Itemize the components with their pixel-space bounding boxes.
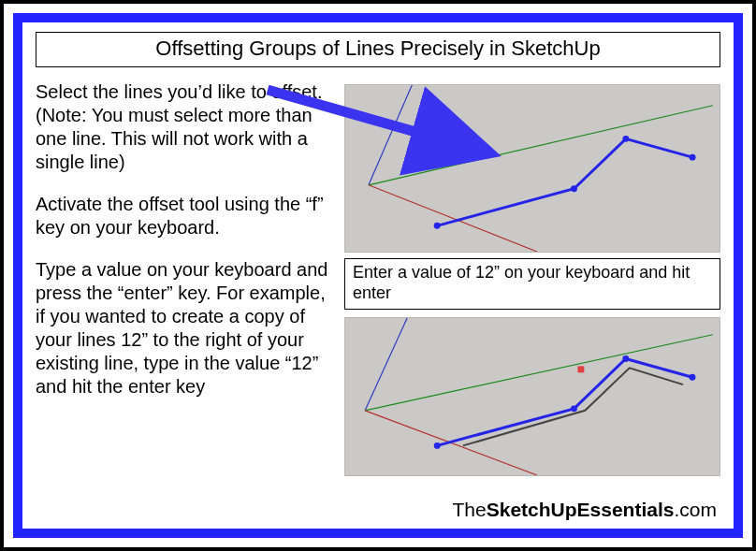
axis-blue xyxy=(365,318,412,411)
selected-polyline xyxy=(437,138,692,225)
endpoint-icon xyxy=(434,223,441,229)
footer-pre: The xyxy=(453,499,487,520)
page-title: Offsetting Groups of Lines Precisely in … xyxy=(155,36,600,60)
offset-marker-icon xyxy=(577,367,584,373)
endpoint-icon xyxy=(622,355,629,362)
axis-green xyxy=(369,106,713,185)
inner-blue-frame: Offsetting Groups of Lines Precisely in … xyxy=(13,13,743,538)
screenshots-column: Enter a value of 12” on your keyboard an… xyxy=(344,80,720,476)
footer-credit: TheSketchUpEssentials.com xyxy=(453,499,717,521)
caption-box: Enter a value of 12” on your keyboard an… xyxy=(344,258,720,310)
sketchup-viewport-after xyxy=(344,317,720,476)
instruction-select-lines: Select the lines you’d like to offset. (… xyxy=(36,80,335,174)
footer-post: .com xyxy=(674,499,717,520)
caption-text: Enter a value of 12” on your keyboard an… xyxy=(353,263,690,302)
endpoint-icon xyxy=(571,406,577,413)
footer-brand-1: SketchUp xyxy=(487,499,577,520)
selected-polyline xyxy=(437,359,692,446)
footer-brand-2: Essentials xyxy=(577,499,675,520)
endpoint-icon xyxy=(434,442,441,449)
endpoint-icon xyxy=(690,154,696,161)
endpoint-icon xyxy=(622,136,629,142)
viewport-after-drawing xyxy=(345,318,720,475)
sketchup-viewport-before xyxy=(344,84,720,253)
instruction-activate-offset: Activate the offset tool using the “f” k… xyxy=(36,193,335,239)
instruction-type-value: Type a value on your keyboard and press … xyxy=(36,258,335,399)
content-row: Select the lines you’d like to offset. (… xyxy=(36,80,720,476)
instructions-column: Select the lines you’d like to offset. (… xyxy=(36,80,335,476)
endpoint-icon xyxy=(571,185,577,192)
axis-blue xyxy=(369,85,416,185)
page-title-box: Offsetting Groups of Lines Precisely in … xyxy=(36,32,720,67)
axis-red xyxy=(369,185,537,252)
viewport-before-drawing xyxy=(345,85,720,252)
endpoint-icon xyxy=(690,374,696,381)
axis-green xyxy=(365,335,713,411)
outer-black-frame: Offsetting Groups of Lines Precisely in … xyxy=(0,0,756,551)
